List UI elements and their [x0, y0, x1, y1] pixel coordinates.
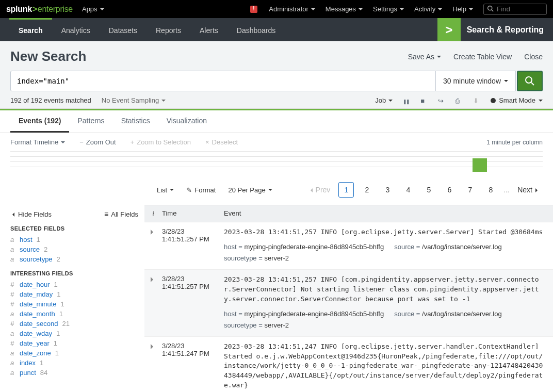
administrator-menu[interactable]: Administrator: [269, 5, 315, 13]
rtab-events[interactable]: Events (192): [10, 110, 69, 133]
field-item-punct[interactable]: apunct84: [10, 368, 138, 378]
settings-menu[interactable]: Settings: [373, 5, 404, 13]
field-name: date_minute: [20, 300, 57, 308]
alert-badge-icon[interactable]: [250, 6, 257, 13]
field-item-index[interactable]: aindex1: [10, 358, 138, 368]
pager-page-4[interactable]: 4: [400, 182, 416, 198]
rtab-patterns[interactable]: Patterns: [69, 110, 112, 133]
pager-page-2[interactable]: 2: [359, 182, 375, 198]
view-mode-dropdown[interactable]: List: [157, 186, 174, 194]
field-name: date_year: [20, 339, 50, 347]
expand-event-button[interactable]: [144, 227, 162, 264]
field-count: 1: [57, 290, 60, 298]
expand-event-button[interactable]: [144, 275, 162, 331]
per-page-dropdown[interactable]: 20 Per Page: [228, 186, 272, 194]
list-icon: [104, 210, 108, 218]
run-search-button[interactable]: [517, 71, 543, 91]
field-type-icon: a: [10, 246, 17, 253]
interesting-fields-heading: INTERESTING FIELDS: [10, 270, 138, 276]
minus-icon: [79, 138, 84, 146]
format-button[interactable]: Format: [186, 186, 216, 194]
tab-datasets[interactable]: Datasets: [100, 18, 147, 41]
download-icon[interactable]: [473, 97, 480, 104]
job-menu[interactable]: Job: [375, 96, 393, 104]
search-query-input[interactable]: [10, 71, 436, 91]
help-menu[interactable]: Help: [452, 5, 473, 13]
field-item-sourcetype[interactable]: asourcetype2: [10, 254, 138, 264]
tab-search[interactable]: Search: [9, 18, 52, 41]
field-item-date_hour[interactable]: #date_hour1: [10, 280, 138, 289]
pager-prev: Prev: [305, 182, 334, 198]
hide-fields-button[interactable]: Hide Fields: [10, 210, 52, 218]
save-as-button[interactable]: Save As: [408, 53, 441, 61]
field-item-source[interactable]: asource2: [10, 244, 138, 254]
search-mode-dropdown[interactable]: Smart Mode: [491, 96, 543, 104]
all-fields-button[interactable]: All Fields: [104, 210, 138, 218]
rtab-visualization[interactable]: Visualization: [158, 110, 215, 133]
deselect-button: Deselect: [205, 138, 238, 146]
event-row: 3/28/231:41:51.257 PM2023-03-28 13:41:51…: [144, 270, 553, 337]
tab-analytics[interactable]: Analytics: [52, 18, 100, 41]
field-name: date_zone: [20, 349, 51, 357]
brand-logo[interactable]: splunk > enterprise: [6, 5, 73, 14]
find-input[interactable]: [497, 5, 543, 13]
pager-page-7[interactable]: 7: [462, 182, 478, 198]
event-source[interactable]: /var/log/instance/server.log: [422, 310, 502, 318]
rtab-statistics[interactable]: Statistics: [113, 110, 158, 133]
field-type-icon: a: [10, 255, 17, 263]
field-item-date_month[interactable]: adate_month1: [10, 309, 138, 319]
field-item-date_second[interactable]: #date_second21: [10, 319, 138, 329]
event-timestamp: 3/28/231:41:51.257 PM: [162, 275, 224, 331]
event-host[interactable]: myping-pingfederate-engine-86d8945cb5-bh…: [244, 243, 384, 251]
timeline-bar[interactable]: [473, 158, 487, 172]
pager-page-5[interactable]: 5: [421, 182, 436, 198]
event-sourcetype[interactable]: server-2: [264, 321, 289, 329]
format-timeline-dropdown[interactable]: Format Timeline: [10, 138, 65, 146]
time-range-picker[interactable]: 30 minute window: [436, 71, 516, 91]
expand-event-button[interactable]: [144, 342, 162, 392]
field-name: date_month: [20, 310, 55, 318]
event-host[interactable]: myping-pingfederate-engine-86d8945cb5-bh…: [244, 310, 384, 318]
field-item-date_wday[interactable]: adate_wday1: [10, 329, 138, 338]
zoom-out-button[interactable]: Zoom Out: [79, 138, 116, 146]
event-raw[interactable]: 2023-03-28 13:41:51,247 INFO [org.eclips…: [224, 342, 546, 390]
pager-page-1[interactable]: 1: [338, 182, 354, 198]
field-item-date_mday[interactable]: #date_mday1: [10, 289, 138, 299]
tab-dashboards[interactable]: Dashboards: [227, 18, 285, 41]
activity-menu[interactable]: Activity: [414, 5, 442, 13]
apps-menu[interactable]: Apps: [82, 5, 104, 13]
field-name: date_wday: [20, 330, 52, 337]
col-info: i: [144, 205, 162, 222]
field-item-date_minute[interactable]: #date_minute1: [10, 299, 138, 309]
create-table-view-button[interactable]: Create Table View: [453, 53, 512, 61]
print-icon[interactable]: [456, 97, 463, 104]
timeline-chart[interactable]: [10, 151, 543, 172]
field-type-icon: #: [10, 290, 17, 298]
field-count: 21: [62, 320, 69, 328]
field-item-date_zone[interactable]: adate_zone1: [10, 348, 138, 358]
event-raw[interactable]: 2023-03-28 13:41:51,257 INFO [com.pingid…: [224, 275, 546, 304]
close-button[interactable]: Close: [524, 53, 543, 61]
pause-icon[interactable]: [403, 97, 410, 104]
messages-menu[interactable]: Messages: [326, 5, 363, 13]
pager-page-6[interactable]: 6: [442, 182, 457, 198]
event-sampling-dropdown[interactable]: No Event Sampling: [102, 96, 166, 104]
tab-alerts[interactable]: Alerts: [190, 18, 227, 41]
event-raw[interactable]: 2023-03-28 13:41:51,257 INFO [org.eclips…: [224, 227, 546, 237]
field-name: host: [20, 236, 32, 243]
global-find[interactable]: [483, 4, 547, 15]
fields-sidebar: Hide Fields All Fields SELECTED FIELDS a…: [0, 205, 144, 392]
pager-page-3[interactable]: 3: [380, 182, 395, 198]
pager-next[interactable]: Next: [514, 182, 543, 198]
pager-page-8[interactable]: 8: [483, 182, 498, 198]
field-item-host[interactable]: ahost1: [10, 235, 138, 244]
tab-reports[interactable]: Reports: [147, 18, 190, 41]
event-sourcetype[interactable]: server-2: [264, 254, 289, 262]
svg-point-2: [526, 77, 532, 83]
col-time[interactable]: Time: [162, 205, 224, 222]
share-icon[interactable]: [438, 97, 445, 104]
event-source[interactable]: /var/log/instance/server.log: [422, 243, 502, 251]
field-item-date_year[interactable]: #date_year1: [10, 338, 138, 348]
svg-line-1: [492, 9, 493, 11]
stop-icon[interactable]: [420, 97, 428, 104]
